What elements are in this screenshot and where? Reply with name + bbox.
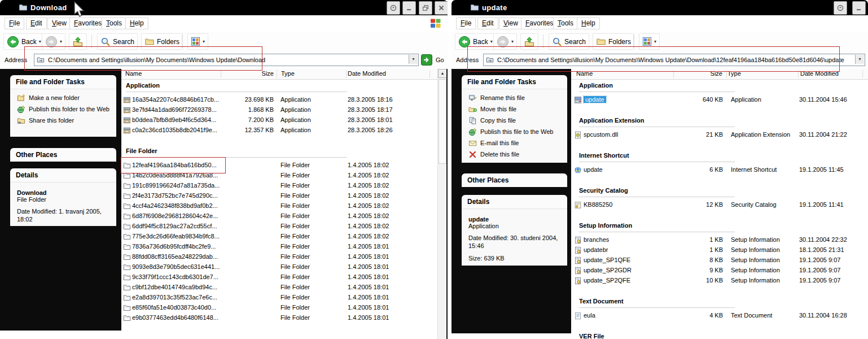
menu-tools[interactable]: Tools <box>102 18 126 29</box>
task-item[interactable]: Move this file <box>468 105 564 114</box>
file-list: NameSizeTypeDate ModifiedApplication16a3… <box>121 69 437 339</box>
file-row[interactable]: 2f4e3173d752bc7e745d290c...File Folder1.… <box>121 191 437 201</box>
file-row[interactable]: branches1 KBSetup Information30.11.2004 … <box>571 235 868 245</box>
file-row[interactable]: update_SP2QFE10 KBSetup Information19.1.… <box>571 276 868 286</box>
column-header-date[interactable]: Date Modified <box>348 70 386 77</box>
panel-body: Rename this fileMove this fileCopy this … <box>462 89 567 163</box>
mouse-cursor <box>73 1 85 21</box>
group-header: Security Catalog <box>571 184 868 200</box>
title-bar: Download <box>0 0 448 15</box>
file-row[interactable]: 9c33f79f1ccc143cdb6301de7...File Folder1… <box>121 272 437 282</box>
file-size: 4 KB <box>678 312 723 319</box>
file-date: 1.4.2005 18:01 <box>348 263 389 270</box>
column-separator <box>862 70 863 78</box>
window-button-maximize[interactable] <box>419 1 432 15</box>
task-item[interactable]: Share this folder <box>17 116 113 125</box>
file-type: Security Catalog <box>731 201 777 208</box>
task-item[interactable]: Publish this folder to the Web <box>17 105 113 114</box>
file-date: 1.4.2005 18:02 <box>348 172 389 179</box>
file-row[interactable]: e85f60fa51e40d03873c40d0...File Folder1.… <box>121 303 437 313</box>
file-name: 3e7fd44a1dad696f72269378... <box>132 106 217 113</box>
file-row[interactable]: KB88525012 KBSecurity Catalog19.1.2005 1… <box>571 200 868 210</box>
column-header-size[interactable]: Size <box>234 70 274 77</box>
panel-header[interactable]: File and Folder Tasks <box>10 75 116 89</box>
file-size: 9 KB <box>678 267 723 273</box>
file-row[interactable]: 775e3dc26d66feab9834b9fc8...File Folder1… <box>121 232 437 242</box>
task-item[interactable]: Rename this file <box>468 94 564 102</box>
menu-help[interactable]: Help <box>125 18 148 29</box>
address-dropdown[interactable]: ▾ <box>409 55 418 64</box>
file-row[interactable]: update_SP1QFE8 KBSetup Information19.1.2… <box>571 255 868 266</box>
annotation-rect <box>467 46 840 72</box>
file-size: 12 KB <box>678 201 723 208</box>
file-row[interactable]: b0ddea7bfb8d9eb4f6c5d364...7.200 KBAppli… <box>121 115 437 125</box>
menu-file[interactable]: File <box>456 18 476 29</box>
address-dropdown[interactable]: ▾ <box>855 55 864 64</box>
file-row[interactable]: e9b0377463edd4b6480f6148...File Folder1.… <box>121 313 437 323</box>
file-row[interactable]: spcustom.dll21 KBApplication Extension30… <box>571 130 868 140</box>
menu-view[interactable]: View <box>47 18 71 29</box>
panel-header[interactable]: Other Places <box>10 148 116 162</box>
menu-file[interactable]: File <box>5 18 24 29</box>
file-row[interactable]: 3e7fd44a1dad696f72269378...1.868 KBAppli… <box>121 105 437 115</box>
task-item[interactable]: Delete this file <box>468 150 564 159</box>
task-item[interactable]: Make a new folder <box>17 94 113 102</box>
scroll-thumb[interactable] <box>439 79 446 164</box>
file-row[interactable]: update640 KBApplication30.11.2004 15:46 <box>571 95 868 105</box>
menu-help[interactable]: Help <box>577 18 600 29</box>
menu-favorites[interactable]: Favorites <box>521 18 558 29</box>
sidebar-panel: Other Places <box>462 173 567 188</box>
menu-bar: FileEditViewFavoritesToolsHelp <box>451 15 868 32</box>
menu-tools[interactable]: Tools <box>553 18 578 29</box>
file-row[interactable]: 7836a736d6b95fcdff4bc2fe9...File Folder1… <box>121 242 437 252</box>
panel-header[interactable]: Details <box>462 195 567 208</box>
details-line: Size: 639 KB <box>468 254 559 262</box>
rollup-icon <box>836 4 844 12</box>
file-size: 1 KB <box>678 246 723 253</box>
menu-view[interactable]: View <box>499 18 523 29</box>
panel-header[interactable]: Other Places <box>462 173 567 187</box>
file-row[interactable]: 6ddf94f5c8129ac27a2cd55cf...File Folder1… <box>121 221 437 232</box>
group-underline <box>579 307 735 308</box>
file-row[interactable]: 4ccf4a2462348f838bd9af0b2...File Folder1… <box>121 201 437 211</box>
file-row[interactable]: 6d87f6908e2968128604c42e...File Folder1.… <box>121 211 437 221</box>
task-item[interactable]: E-mail this file <box>468 139 564 147</box>
file-row[interactable]: 191c899196624d7a81a735da...File Folder1.… <box>121 181 437 191</box>
window-button-minimize[interactable] <box>402 1 416 15</box>
file-date: 30.11.2004 15:46 <box>799 96 847 103</box>
file-row[interactable]: e2a8d397013c35f523ac7e6c...File Folder1.… <box>121 293 437 303</box>
panel-header[interactable]: File and Folder Tasks <box>462 75 567 89</box>
window-button-rollup[interactable] <box>834 1 847 15</box>
go-button[interactable] <box>421 54 432 66</box>
file-row[interactable]: c9bf12dbe4014749ca9bd94c...File Folder1.… <box>121 282 437 293</box>
file-type: File Folder <box>280 223 310 229</box>
task-item[interactable]: Publish this file to the Web <box>468 128 564 136</box>
file-row[interactable]: update_SP2GDR9 KBSetup Information19.1.2… <box>571 266 868 276</box>
file-row[interactable]: 88fdd08cff3165ea248229dab...File Folder1… <box>121 252 437 262</box>
window-button-close[interactable] <box>435 1 448 15</box>
panel-header[interactable]: Details <box>10 168 116 182</box>
menu-edit[interactable]: Edit <box>26 18 47 29</box>
file-row[interactable]: 9093e8d3e790b5dec631e441...File Folder1.… <box>121 262 437 272</box>
column-header-name[interactable]: Name <box>125 70 142 77</box>
file-date: 30.11.2004 16:28 <box>799 312 847 319</box>
file-date: 18.1.2005 21:31 <box>799 246 844 253</box>
window-button-rollup[interactable] <box>387 1 400 15</box>
file-row[interactable]: update6 KBInternet Shortcut19.1.2005 11:… <box>571 165 868 175</box>
file-row[interactable]: c0a2c36cd1035b8db2041f9e...12.357 KBAppl… <box>121 125 437 136</box>
details-name: Download <box>17 189 113 196</box>
file-name: update_SP1QFE <box>584 257 630 263</box>
window-button-minimize[interactable] <box>852 1 866 15</box>
close-icon <box>437 4 445 12</box>
scroll-up-button[interactable]: ▲ <box>438 69 447 78</box>
menu-edit[interactable]: Edit <box>477 18 498 29</box>
file-row[interactable]: 16a354a2207c4c8846b617cb...23.698 KBAppl… <box>121 95 437 105</box>
rename-icon <box>468 94 477 102</box>
task-item[interactable]: Copy this file <box>468 116 564 125</box>
file-row[interactable]: updatebr1 KBSetup Information18.1.2005 2… <box>571 245 868 255</box>
details-line: Date Modified: 30. studeni 2004, 15:46 <box>468 234 559 250</box>
file-row[interactable]: eula4 KBText Document30.11.2004 16:28 <box>571 311 868 321</box>
views-icon <box>191 37 200 46</box>
column-header-type[interactable]: Type <box>281 70 295 77</box>
vertical-scrollbar[interactable]: ▲ <box>437 69 447 339</box>
